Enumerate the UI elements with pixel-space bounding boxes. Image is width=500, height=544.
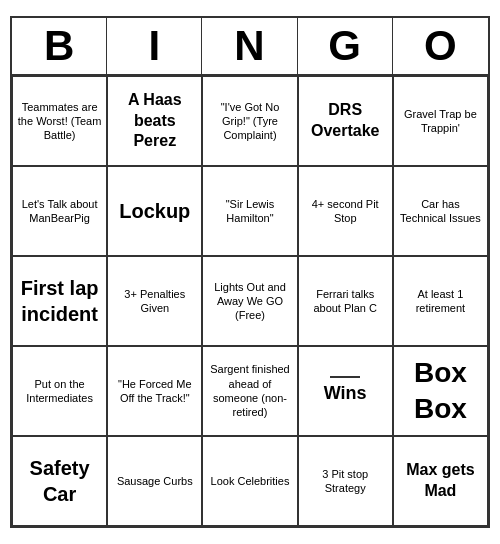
bingo-cell-7: "Sir Lewis Hamilton" — [202, 166, 297, 256]
bingo-cell-6: Lockup — [107, 166, 202, 256]
bingo-card: BINGO Teammates are the Worst! (Team Bat… — [10, 16, 490, 528]
bingo-cell-17: Sargent finished ahead of someone (non-r… — [202, 346, 297, 436]
bingo-cell-0: Teammates are the Worst! (Team Battle) — [12, 76, 107, 166]
bingo-cell-14: At least 1 retirement — [393, 256, 488, 346]
bingo-cell-23: 3 Pit stop Strategy — [298, 436, 393, 526]
bingo-cell-10: First lap incident — [12, 256, 107, 346]
bingo-cell-24: Max gets Mad — [393, 436, 488, 526]
bingo-cell-11: 3+ Penalties Given — [107, 256, 202, 346]
header-letter-i: I — [107, 18, 202, 74]
bingo-cell-19: Box Box — [393, 346, 488, 436]
bingo-cell-21: Sausage Curbs — [107, 436, 202, 526]
bingo-cell-1: A Haas beats Perez — [107, 76, 202, 166]
header-letter-g: G — [298, 18, 393, 74]
bingo-cell-22: Look Celebrities — [202, 436, 297, 526]
bingo-cell-15: Put on the Intermediates — [12, 346, 107, 436]
bingo-cell-8: 4+ second Pit Stop — [298, 166, 393, 256]
header-letter-o: O — [393, 18, 488, 74]
bingo-grid: Teammates are the Worst! (Team Battle)A … — [12, 76, 488, 526]
bingo-cell-12: Lights Out and Away We GO (Free) — [202, 256, 297, 346]
bingo-cell-18: Wins — [298, 346, 393, 436]
bingo-cell-4: Gravel Trap be Trappin' — [393, 76, 488, 166]
header-letter-n: N — [202, 18, 297, 74]
bingo-cell-5: Let's Talk about ManBearPig — [12, 166, 107, 256]
bingo-cell-16: "He Forced Me Off the Track!" — [107, 346, 202, 436]
bingo-cell-3: DRS Overtake — [298, 76, 393, 166]
bingo-cell-20: Safety Car — [12, 436, 107, 526]
bingo-cell-2: "I've Got No Grip!" (Tyre Complaint) — [202, 76, 297, 166]
bingo-cell-9: Car has Technical Issues — [393, 166, 488, 256]
bingo-cell-13: Ferrari talks about Plan C — [298, 256, 393, 346]
bingo-header: BINGO — [12, 18, 488, 76]
header-letter-b: B — [12, 18, 107, 74]
